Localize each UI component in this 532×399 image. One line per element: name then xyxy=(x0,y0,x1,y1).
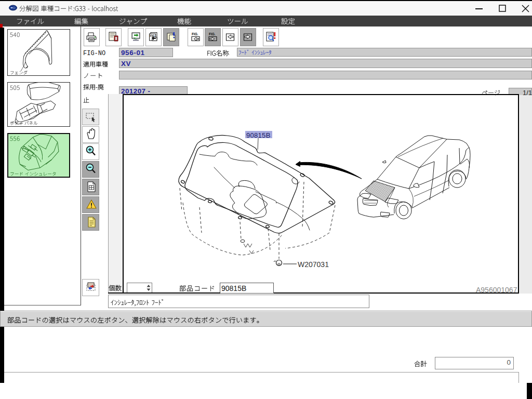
svg-text:FIG.: FIG. xyxy=(209,32,216,36)
svg-text:FIG.: FIG. xyxy=(192,32,198,36)
svg-text:FIG: FIG xyxy=(150,34,155,37)
